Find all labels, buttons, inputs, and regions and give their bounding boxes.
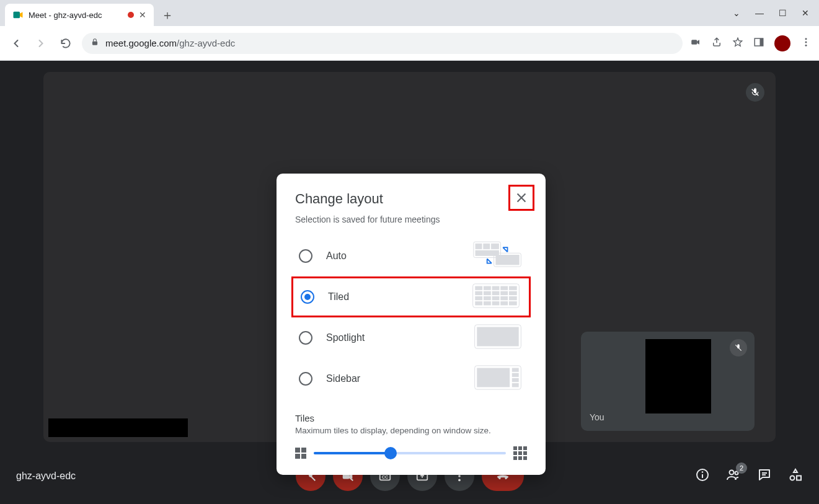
radio-icon	[301, 290, 314, 304]
radio-icon	[299, 249, 312, 263]
radio-icon	[299, 331, 312, 345]
forward-button[interactable]	[32, 35, 50, 52]
self-mic-off-icon	[730, 339, 747, 356]
option-label: Tiled	[328, 291, 349, 303]
svg-rect-32	[483, 244, 490, 249]
layout-option-spotlight[interactable]: Spotlight	[295, 317, 527, 358]
tiles-heading: Tiles	[295, 413, 527, 423]
browser-tab[interactable]: Meet - ghz-ayvd-edc ✕	[5, 4, 154, 26]
svg-rect-64	[512, 378, 519, 382]
fewer-tiles-icon	[295, 448, 306, 459]
option-label: Spotlight	[326, 332, 365, 343]
tab-title: Meet - ghz-ayvd-edc	[29, 11, 102, 20]
svg-point-7	[805, 44, 807, 46]
svg-point-17	[458, 475, 461, 477]
browser-tab-strip: Meet - ghz-ayvd-edc ✕ ＋ ⌄ — ☐ ✕	[0, 0, 819, 26]
chevron-down-icon[interactable]: ⌄	[733, 8, 740, 18]
svg-rect-54	[484, 301, 491, 305]
sidepanel-icon[interactable]	[753, 37, 764, 50]
svg-rect-44	[484, 291, 491, 295]
svg-rect-57	[509, 301, 517, 305]
minimize-icon[interactable]: —	[755, 8, 764, 18]
change-layout-dialog: Change layout Selection is saved for fut…	[277, 174, 546, 475]
svg-rect-31	[476, 244, 482, 249]
svg-rect-43	[475, 291, 482, 295]
self-view-pip[interactable]: You	[581, 332, 755, 431]
participant-count-badge: 2	[736, 462, 747, 474]
svg-rect-45	[492, 291, 500, 295]
svg-rect-50	[492, 296, 500, 300]
window-controls: ⌄ — ☐ ✕	[733, 0, 814, 26]
more-tiles-icon	[513, 446, 527, 460]
svg-rect-53	[475, 301, 482, 305]
recording-dot-icon	[128, 12, 134, 18]
svg-rect-51	[500, 296, 508, 300]
slider-thumb-icon[interactable]	[384, 447, 397, 459]
meeting-details-button[interactable]	[695, 467, 710, 485]
svg-rect-41	[500, 286, 508, 290]
tiles-description: Maximum tiles to display, depending on w…	[295, 426, 527, 435]
svg-rect-49	[484, 296, 491, 300]
svg-rect-59	[477, 327, 518, 347]
participant-name-redacted	[48, 418, 188, 437]
svg-rect-0	[14, 12, 20, 19]
dialog-close-button[interactable]	[513, 189, 530, 206]
option-label: Sidebar	[326, 373, 360, 384]
camera-indicator-icon[interactable]	[690, 37, 701, 50]
svg-rect-46	[500, 291, 508, 295]
activities-button[interactable]	[788, 467, 803, 485]
svg-text:CC: CC	[381, 474, 388, 480]
svg-rect-36	[495, 255, 519, 265]
layout-option-tiled[interactable]: Tiled	[291, 276, 531, 317]
meet-stage: You ghz-ayvd-edc CC 2	[0, 61, 819, 504]
svg-rect-48	[475, 296, 482, 300]
svg-rect-2	[691, 40, 697, 45]
profile-avatar[interactable]	[774, 35, 790, 51]
svg-rect-40	[492, 286, 500, 290]
svg-point-26	[790, 476, 795, 480]
chat-button[interactable]	[757, 467, 772, 485]
dialog-title: Change layout	[295, 191, 527, 207]
svg-point-5	[805, 38, 807, 40]
slider-fill	[314, 452, 391, 454]
new-tab-button[interactable]: ＋	[159, 6, 176, 24]
svg-point-6	[805, 41, 807, 43]
meet-favicon-icon	[12, 9, 24, 20]
svg-rect-61	[477, 368, 510, 387]
svg-rect-39	[484, 286, 491, 290]
radio-icon	[299, 372, 312, 386]
maximize-icon[interactable]: ☐	[779, 8, 787, 18]
tiled-preview-icon	[471, 281, 521, 312]
svg-rect-63	[512, 373, 519, 377]
spotlight-preview-icon	[472, 322, 523, 353]
self-label: You	[590, 412, 604, 422]
tiles-slider[interactable]	[314, 452, 506, 454]
window-close-icon[interactable]: ✕	[802, 8, 809, 18]
kebab-menu-icon[interactable]	[800, 37, 812, 50]
svg-rect-33	[491, 244, 499, 249]
url-field[interactable]: meet.google.com/ghz-ayvd-edc	[82, 33, 683, 54]
svg-rect-1	[92, 42, 97, 45]
tab-close-icon[interactable]: ✕	[139, 10, 146, 20]
layout-option-sidebar[interactable]: Sidebar	[295, 358, 527, 399]
lock-icon	[91, 38, 99, 48]
bookmark-star-icon[interactable]	[732, 37, 743, 50]
back-button[interactable]	[7, 35, 25, 52]
share-icon[interactable]	[711, 37, 722, 50]
address-bar: meet.google.com/ghz-ayvd-edc	[0, 26, 819, 61]
url-domain: meet.google.com	[105, 38, 177, 48]
svg-rect-27	[797, 476, 801, 480]
option-label: Auto	[326, 250, 347, 262]
svg-rect-42	[509, 286, 517, 290]
svg-point-22	[730, 471, 734, 475]
svg-rect-4	[760, 38, 763, 46]
svg-rect-65	[512, 383, 519, 387]
dialog-subtitle: Selection is saved for future meetings	[295, 214, 527, 224]
svg-point-21	[702, 471, 704, 473]
close-button-highlight	[508, 185, 534, 211]
reload-button[interactable]	[57, 35, 74, 52]
meeting-code: ghz-ayvd-edc	[16, 471, 76, 482]
svg-rect-52	[509, 296, 517, 300]
layout-option-auto[interactable]: Auto	[295, 236, 527, 276]
people-button[interactable]: 2	[726, 467, 741, 485]
